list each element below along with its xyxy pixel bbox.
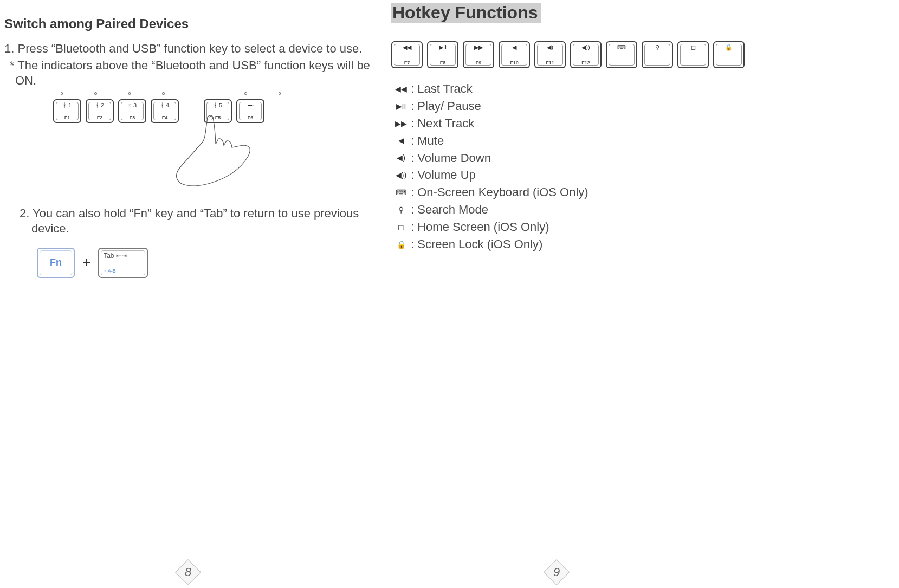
search-icon: ⚲ xyxy=(391,204,411,215)
home-icon: ◻ xyxy=(391,222,411,232)
hk-vol-down: ◀): Volume Down xyxy=(391,150,765,167)
hk-play-pause: ▶II: Play/ Pause xyxy=(391,98,765,115)
hotkey-function-list: ◀◀: Last Track ▶II: Play/ Pause ▶▶: Next… xyxy=(391,80,765,253)
hk-home: ◻: Home Screen (iOS Only) xyxy=(391,218,765,236)
hand-icon xyxy=(161,113,270,189)
hk-mute: ◀: Mute xyxy=(391,132,765,150)
key-osk: ⌨ xyxy=(606,41,637,68)
keyboard-icon: ⌨ xyxy=(391,187,411,198)
section-title: Switch among Paired Devices xyxy=(4,16,379,31)
hk-vol-up: ◀)): Volume Up xyxy=(391,166,765,184)
volume-up-icon: ◀)) xyxy=(391,170,411,180)
hk-last-track: ◀◀: Last Track xyxy=(391,80,765,98)
hotkey-keyrow: ◀◀F7 ▶IIF8 ▶▶F9 ◀F10 ◀)F11 ◀))F12 ⌨ ⚲ ◻ … xyxy=(391,41,765,68)
device-key-f1: ᚼ 1F1 xyxy=(53,99,81,123)
key-f12: ◀))F12 xyxy=(570,41,602,68)
rewind-icon: ◀◀ xyxy=(391,83,411,94)
key-f9: ▶▶F9 xyxy=(463,41,494,68)
key-f8: ▶IIF8 xyxy=(427,41,458,68)
hk-lock: 🔒: Screen Lock (iOS Only) xyxy=(391,236,765,253)
fn-key: Fn xyxy=(37,248,75,278)
plus-icon: + xyxy=(82,254,90,271)
play-pause-icon: ▶II xyxy=(391,101,411,112)
right-page: Hotkey Functions ◀◀F7 ▶IIF8 ▶▶F9 ◀F10 ◀)… xyxy=(386,0,765,588)
fn-tab-combo: Fn + Tab ⇤⇥ ᚼ A-B xyxy=(37,248,379,278)
key-f11: ◀)F11 xyxy=(534,41,566,68)
mute-icon: ◀ xyxy=(391,135,411,146)
tab-key: Tab ⇤⇥ ᚼ A-B xyxy=(98,248,148,278)
key-f7: ◀◀F7 xyxy=(391,41,423,68)
hk-search: ⚲: Search Mode xyxy=(391,201,765,218)
svg-point-0 xyxy=(210,116,213,119)
key-f10: ◀F10 xyxy=(499,41,530,68)
device-keys-diagram: ᚼ 1F1 ᚼ 2F2 ᚼ 3F3 ᚼ 4F4 ᚼ 5F5 ⊷F6 xyxy=(53,92,281,195)
device-key-f3: ᚼ 3F3 xyxy=(118,99,146,123)
hk-next-track: ▶▶: Next Track xyxy=(391,115,765,132)
key-lock: 🔒 xyxy=(713,41,745,68)
device-key-f2: ᚼ 2F2 xyxy=(86,99,114,123)
key-search: ⚲ xyxy=(642,41,673,68)
key-home: ◻ xyxy=(677,41,709,68)
lock-icon: 🔒 xyxy=(391,239,411,250)
page-number-right: 9 xyxy=(547,563,566,581)
hotkey-title: Hotkey Functions xyxy=(391,3,541,23)
note-text: * The indicators above the “Bluetooth an… xyxy=(4,58,379,89)
hk-osk: ⌨: On-Screen Keyboard (iOS Only) xyxy=(391,184,765,201)
step-1-text: 1. Press “Bluetooth and USB” function ke… xyxy=(4,41,379,57)
step-2-text: 2. You can also hold “Fn” key and “Tab” … xyxy=(15,206,379,237)
left-page: Switch among Paired Devices 1. Press “Bl… xyxy=(0,0,379,588)
volume-down-icon: ◀) xyxy=(391,152,411,163)
page-number-left: 8 xyxy=(179,563,197,581)
forward-icon: ▶▶ xyxy=(391,118,411,129)
